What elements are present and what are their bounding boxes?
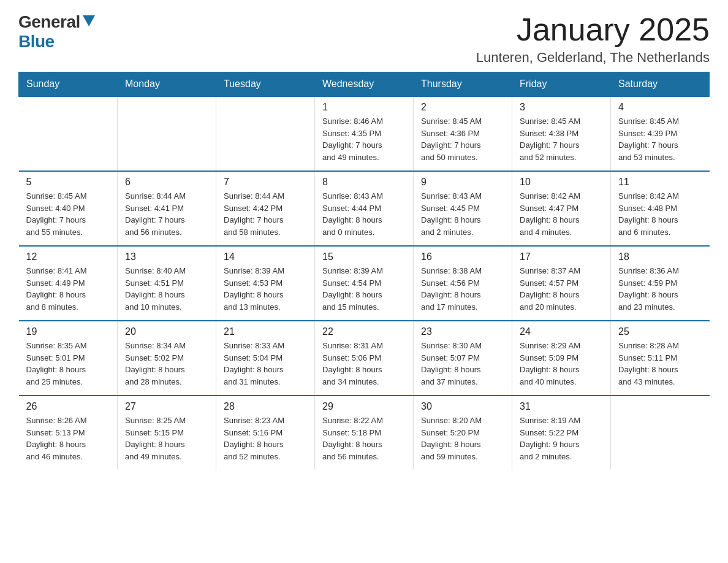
day-number: 21	[224, 326, 307, 337]
calendar-cell: 14Sunrise: 8:39 AMSunset: 4:53 PMDayligh…	[216, 246, 315, 321]
day-number: 22	[322, 326, 406, 337]
day-info: Sunrise: 8:26 AMSunset: 5:13 PMDaylight:…	[26, 415, 110, 462]
day-number: 20	[125, 326, 208, 337]
day-number: 24	[520, 326, 603, 337]
day-info: Sunrise: 8:33 AMSunset: 5:04 PMDaylight:…	[224, 340, 307, 388]
day-info: Sunrise: 8:45 AMSunset: 4:36 PMDaylight:…	[421, 115, 504, 163]
day-info: Sunrise: 8:45 AMSunset: 4:38 PMDaylight:…	[520, 115, 603, 163]
calendar-cell: 1Sunrise: 8:46 AMSunset: 4:35 PMDaylight…	[315, 96, 414, 171]
calendar-cell: 31Sunrise: 8:19 AMSunset: 5:22 PMDayligh…	[512, 396, 611, 470]
calendar-cell	[19, 96, 118, 171]
logo-blue: Blue	[18, 32, 55, 52]
calendar-cell: 30Sunrise: 8:20 AMSunset: 5:20 PMDayligh…	[414, 396, 512, 470]
col-friday: Friday	[512, 72, 611, 97]
day-number: 16	[421, 251, 504, 262]
day-number: 7	[224, 177, 307, 188]
col-wednesday: Wednesday	[315, 72, 414, 97]
calendar-cell: 6Sunrise: 8:44 AMSunset: 4:41 PMDaylight…	[118, 171, 216, 246]
day-info: Sunrise: 8:44 AMSunset: 4:41 PMDaylight:…	[125, 190, 208, 238]
calendar-cell: 22Sunrise: 8:31 AMSunset: 5:06 PMDayligh…	[315, 321, 414, 396]
day-info: Sunrise: 8:19 AMSunset: 5:22 PMDaylight:…	[520, 415, 603, 462]
page-title: January 2025	[476, 12, 710, 47]
calendar-cell: 3Sunrise: 8:45 AMSunset: 4:38 PMDaylight…	[512, 96, 611, 171]
day-number: 18	[618, 251, 702, 262]
day-info: Sunrise: 8:25 AMSunset: 5:15 PMDaylight:…	[125, 415, 208, 462]
calendar-cell: 18Sunrise: 8:36 AMSunset: 4:59 PMDayligh…	[611, 246, 710, 321]
header-area: General Blue January 2025 Lunteren, Geld…	[18, 12, 710, 66]
calendar-cell: 10Sunrise: 8:42 AMSunset: 4:47 PMDayligh…	[512, 171, 611, 246]
day-info: Sunrise: 8:39 AMSunset: 4:53 PMDaylight:…	[224, 265, 307, 313]
calendar-cell: 5Sunrise: 8:45 AMSunset: 4:40 PMDaylight…	[19, 171, 118, 246]
calendar-cell: 28Sunrise: 8:23 AMSunset: 5:16 PMDayligh…	[216, 396, 315, 470]
day-number: 9	[421, 177, 504, 188]
calendar-cell: 24Sunrise: 8:29 AMSunset: 5:09 PMDayligh…	[512, 321, 611, 396]
day-number: 19	[26, 326, 110, 337]
day-number: 28	[224, 401, 307, 412]
day-header-row: Sunday Monday Tuesday Wednesday Thursday…	[19, 72, 710, 97]
calendar-cell: 25Sunrise: 8:28 AMSunset: 5:11 PMDayligh…	[611, 321, 710, 396]
day-info: Sunrise: 8:46 AMSunset: 4:35 PMDaylight:…	[322, 115, 406, 163]
col-tuesday: Tuesday	[216, 72, 315, 97]
day-number: 23	[421, 326, 504, 337]
day-info: Sunrise: 8:43 AMSunset: 4:45 PMDaylight:…	[421, 190, 504, 238]
day-number: 1	[322, 102, 406, 113]
day-info: Sunrise: 8:41 AMSunset: 4:49 PMDaylight:…	[26, 265, 110, 313]
day-info: Sunrise: 8:22 AMSunset: 5:18 PMDaylight:…	[322, 415, 406, 462]
calendar-body: 1Sunrise: 8:46 AMSunset: 4:35 PMDaylight…	[19, 96, 710, 470]
day-number: 30	[421, 401, 504, 412]
col-sunday: Sunday	[19, 72, 118, 97]
calendar-cell: 8Sunrise: 8:43 AMSunset: 4:44 PMDaylight…	[315, 171, 414, 246]
page-subtitle: Lunteren, Gelderland, The Netherlands	[476, 50, 710, 66]
day-number: 17	[520, 251, 603, 262]
day-info: Sunrise: 8:31 AMSunset: 5:06 PMDaylight:…	[322, 340, 406, 388]
day-info: Sunrise: 8:36 AMSunset: 4:59 PMDaylight:…	[618, 265, 702, 313]
day-info: Sunrise: 8:20 AMSunset: 5:20 PMDaylight:…	[421, 415, 504, 462]
day-info: Sunrise: 8:29 AMSunset: 5:09 PMDaylight:…	[520, 340, 603, 388]
day-number: 11	[618, 177, 702, 188]
day-info: Sunrise: 8:35 AMSunset: 5:01 PMDaylight:…	[26, 340, 110, 388]
day-info: Sunrise: 8:45 AMSunset: 4:39 PMDaylight:…	[618, 115, 702, 163]
calendar-cell: 12Sunrise: 8:41 AMSunset: 4:49 PMDayligh…	[19, 246, 118, 321]
calendar-cell: 4Sunrise: 8:45 AMSunset: 4:39 PMDaylight…	[611, 96, 710, 171]
col-thursday: Thursday	[414, 72, 512, 97]
day-info: Sunrise: 8:28 AMSunset: 5:11 PMDaylight:…	[618, 340, 702, 388]
day-info: Sunrise: 8:44 AMSunset: 4:42 PMDaylight:…	[224, 190, 307, 238]
calendar-week-2: 12Sunrise: 8:41 AMSunset: 4:49 PMDayligh…	[19, 246, 710, 321]
day-info: Sunrise: 8:30 AMSunset: 5:07 PMDaylight:…	[421, 340, 504, 388]
day-number: 8	[322, 177, 406, 188]
logo: General Blue	[18, 12, 95, 52]
calendar-cell: 16Sunrise: 8:38 AMSunset: 4:56 PMDayligh…	[414, 246, 512, 321]
day-number: 29	[322, 401, 406, 412]
calendar-cell: 2Sunrise: 8:45 AMSunset: 4:36 PMDaylight…	[414, 96, 512, 171]
day-info: Sunrise: 8:43 AMSunset: 4:44 PMDaylight:…	[322, 190, 406, 238]
day-number: 2	[421, 102, 504, 113]
logo-general: General	[18, 12, 80, 32]
day-info: Sunrise: 8:34 AMSunset: 5:02 PMDaylight:…	[125, 340, 208, 388]
day-number: 15	[322, 251, 406, 262]
calendar-cell	[216, 96, 315, 171]
calendar-cell: 23Sunrise: 8:30 AMSunset: 5:07 PMDayligh…	[414, 321, 512, 396]
day-number: 5	[26, 177, 110, 188]
title-area: January 2025 Lunteren, Gelderland, The N…	[476, 12, 710, 66]
calendar-cell: 20Sunrise: 8:34 AMSunset: 5:02 PMDayligh…	[118, 321, 216, 396]
calendar-header: Sunday Monday Tuesday Wednesday Thursday…	[19, 72, 710, 97]
calendar-table: Sunday Monday Tuesday Wednesday Thursday…	[18, 72, 710, 470]
day-number: 27	[125, 401, 208, 412]
day-number: 10	[520, 177, 603, 188]
day-info: Sunrise: 8:38 AMSunset: 4:56 PMDaylight:…	[421, 265, 504, 313]
day-number: 12	[26, 251, 110, 262]
calendar-cell: 26Sunrise: 8:26 AMSunset: 5:13 PMDayligh…	[19, 396, 118, 470]
calendar-week-3: 19Sunrise: 8:35 AMSunset: 5:01 PMDayligh…	[19, 321, 710, 396]
calendar-cell: 9Sunrise: 8:43 AMSunset: 4:45 PMDaylight…	[414, 171, 512, 246]
day-number: 4	[618, 102, 702, 113]
col-monday: Monday	[118, 72, 216, 97]
logo-triangle-icon	[83, 15, 95, 26]
calendar-week-0: 1Sunrise: 8:46 AMSunset: 4:35 PMDaylight…	[19, 96, 710, 171]
day-number: 14	[224, 251, 307, 262]
day-number: 6	[125, 177, 208, 188]
calendar-cell: 17Sunrise: 8:37 AMSunset: 4:57 PMDayligh…	[512, 246, 611, 321]
day-number: 25	[618, 326, 702, 337]
calendar-week-4: 26Sunrise: 8:26 AMSunset: 5:13 PMDayligh…	[19, 396, 710, 470]
col-saturday: Saturday	[611, 72, 710, 97]
day-info: Sunrise: 8:40 AMSunset: 4:51 PMDaylight:…	[125, 265, 208, 313]
